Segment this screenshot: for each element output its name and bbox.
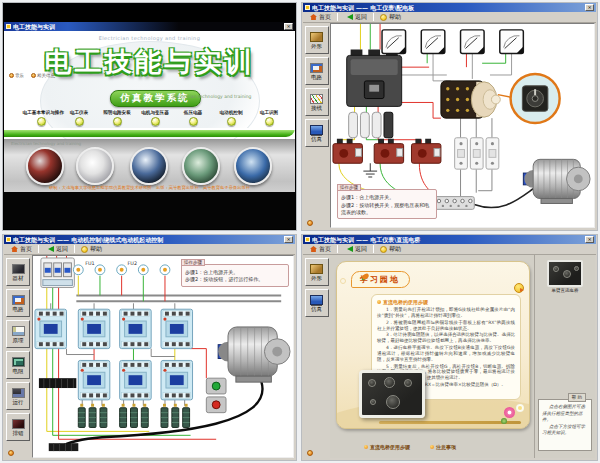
troubleshoot-icon xyxy=(12,419,25,429)
bullet-icon xyxy=(377,300,381,304)
music-icon[interactable] xyxy=(307,220,313,226)
circuit-icon xyxy=(12,295,25,305)
help-button[interactable]: 帮助 xyxy=(376,245,405,254)
sidebar-button-equipment[interactable]: 器材 xyxy=(6,258,30,286)
current-transformer xyxy=(333,139,362,164)
stop-button[interactable] xyxy=(212,401,220,409)
titlebar[interactable]: 电工技能与实训 —— 电工仪表\直流电桥 × xyxy=(303,235,596,244)
menu-item[interactable]: 低压电器 xyxy=(173,109,213,126)
circuit-breaker[interactable] xyxy=(41,256,74,288)
sidebar-button-simulation[interactable]: 仿真 xyxy=(305,119,329,147)
menu-item[interactable]: 照明电路安装 xyxy=(97,109,137,126)
duck-mascot-icon xyxy=(514,283,524,293)
photo-meter xyxy=(76,147,114,185)
menu-item[interactable]: 电工基本常识与操作 xyxy=(21,109,61,126)
simulation-canvas: 操作步骤 步骤1：合上电源开关。 步骤2：按动转换开关，观察电压表和电流表的读数… xyxy=(330,23,595,228)
voltage-relay xyxy=(486,138,499,169)
menu-circle-button[interactable] xyxy=(151,117,160,126)
english-subtitle: Electrician technology and training xyxy=(173,94,252,99)
menu-item[interactable]: 电动机控制 xyxy=(211,109,251,126)
photo-components xyxy=(234,147,272,185)
bullet-icon xyxy=(364,445,368,449)
sidebar-button-appearance[interactable]: 外形 xyxy=(305,258,329,286)
menu-item[interactable]: 电机与变压器 xyxy=(135,109,175,126)
window-title: 电工技能与实训 —— 电工仪表\直流电桥 xyxy=(312,235,583,244)
knob-icon xyxy=(563,270,571,278)
link-usage-steps[interactable]: 直流电桥使用步骤 xyxy=(364,444,410,450)
splash-titlebar[interactable]: 电工技能与实训 × xyxy=(4,22,295,31)
contactor[interactable] xyxy=(120,360,152,399)
sidebar-button-appearance[interactable]: 外形 xyxy=(305,26,329,54)
toolbar-separator xyxy=(337,13,338,21)
sidebar-button-circuit[interactable]: 电路 xyxy=(305,57,329,85)
contactor[interactable] xyxy=(120,309,152,348)
sidebar-button-wiring[interactable]: 接线 xyxy=(305,88,329,116)
help-icon xyxy=(380,246,387,253)
sidebar-button-resistor[interactable]: 电阻 xyxy=(6,351,30,379)
titlebar[interactable]: 电工技能与实训 —— 电动机控制\绕线式电动机起动控制 × xyxy=(4,235,295,244)
fuse-row: FU1 FU2 xyxy=(73,260,170,275)
main-breaker[interactable] xyxy=(347,49,402,106)
bottom-terminal xyxy=(49,443,79,451)
menu-item[interactable]: 电工识图 xyxy=(249,109,289,126)
sidebar-button-troubleshoot[interactable]: 排错 xyxy=(6,413,30,441)
home-button[interactable]: 首页 xyxy=(306,245,335,254)
contactor[interactable] xyxy=(78,360,110,399)
contactor[interactable] xyxy=(161,360,193,399)
sidebar-button-circuit[interactable]: 电路 xyxy=(6,289,30,317)
close-icon[interactable]: × xyxy=(585,236,594,243)
rotary-switch[interactable] xyxy=(441,81,500,118)
back-button[interactable]: 返回 xyxy=(340,245,371,254)
voltage-relay xyxy=(470,138,483,169)
music-icon[interactable] xyxy=(8,450,14,456)
home-button[interactable]: 首页 xyxy=(7,245,36,254)
close-icon[interactable]: × xyxy=(284,23,293,30)
green-band xyxy=(4,128,295,137)
contactor[interactable] xyxy=(78,309,110,348)
knob-icon xyxy=(386,395,400,409)
current-transformer xyxy=(374,139,403,164)
menu-item[interactable]: 电工仪表 xyxy=(59,109,99,126)
steps-header: 操作步骤 xyxy=(181,259,205,266)
menu-circle-button[interactable] xyxy=(113,117,122,126)
sidebar-button-simulation[interactable]: 仿真 xyxy=(305,289,329,317)
menu-circle-button[interactable] xyxy=(37,117,46,126)
home-button[interactable]: 首页 xyxy=(306,13,335,22)
leaf-decoration xyxy=(501,418,507,424)
button-station[interactable] xyxy=(206,378,226,412)
back-button[interactable]: 返回 xyxy=(41,245,72,254)
step-line: 步骤1：合上电源开关。 xyxy=(341,194,433,201)
app-icon xyxy=(6,237,11,242)
help-button[interactable]: 帮助 xyxy=(77,245,106,254)
motor xyxy=(218,327,290,382)
toolbar: 首页 返回 帮助 xyxy=(303,12,596,23)
close-icon[interactable]: × xyxy=(284,236,293,243)
contactor[interactable] xyxy=(161,309,193,348)
wiring-icon xyxy=(310,94,323,104)
paragraph: 3．估计待测电阻阻值，以便选择合适的比较臂与比值臂。选择比较臂，最好能使比较臂四… xyxy=(377,332,515,344)
paragraph: 2．将被测电阻用粗而短的铜导线接于面板上标有“RX”的两接线柱上并拧紧旋钮，使其… xyxy=(377,320,515,332)
close-icon[interactable]: × xyxy=(585,4,594,11)
menu-circle-button[interactable] xyxy=(227,117,236,126)
start-button[interactable] xyxy=(212,382,220,390)
bridge-thumbnail[interactable] xyxy=(547,260,583,287)
help-note-box: 帮 助 点击右侧图片可选择执行相应类型的器件。 点击下方按钮可学习相关知识。 xyxy=(538,399,592,451)
music-icon[interactable] xyxy=(307,450,313,456)
menu-circle-button[interactable] xyxy=(75,117,84,126)
knob-icon xyxy=(404,379,412,387)
titlebar[interactable]: 电工技能与实训 —— 电工仪表\配电板 × xyxy=(303,3,596,12)
contactor[interactable] xyxy=(35,309,67,348)
back-button[interactable]: 返回 xyxy=(340,13,371,22)
sidebar-button-run[interactable]: 运行 xyxy=(6,382,30,410)
ring-decoration xyxy=(340,278,346,284)
toolbar-separator xyxy=(38,245,39,253)
english-watermark: Electrician technology and training xyxy=(11,141,81,146)
help-button[interactable]: 帮助 xyxy=(376,13,405,22)
ground-symbol xyxy=(363,163,377,177)
home-icon xyxy=(310,246,317,252)
menu-circle-button[interactable] xyxy=(189,117,198,126)
back-arrow-icon xyxy=(45,246,54,252)
sidebar-button-principle[interactable]: 原理 xyxy=(6,320,30,348)
link-precautions[interactable]: 注意事项 xyxy=(430,444,456,450)
menu-circle-button[interactable] xyxy=(265,117,274,126)
